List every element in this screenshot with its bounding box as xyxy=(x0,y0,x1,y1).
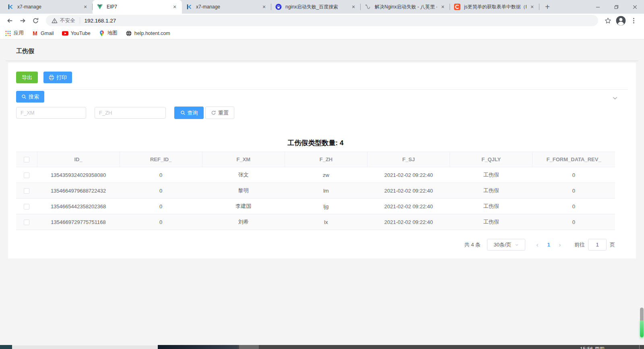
table-row[interactable]: 13543593240293580800张文zw2021-02-02 09:22… xyxy=(16,167,615,183)
tab-nginx-eightmile[interactable]: 解决Nginx启动失败 - 八英里 - × xyxy=(361,0,450,14)
tab-eip7-active[interactable]: EIP7 × xyxy=(93,0,182,14)
table-cell: 张文 xyxy=(202,167,285,183)
maps-pin-icon xyxy=(99,30,105,37)
table-cell: 0 xyxy=(533,199,615,214)
page-content: 工伤假 导出 打印 搜索 查询 重置 工伤 xyxy=(0,39,644,345)
window-minimize-button[interactable] xyxy=(588,0,607,14)
reload-icon[interactable] xyxy=(30,15,41,26)
tab-close-icon[interactable]: × xyxy=(171,4,178,10)
taskbar-app-segment[interactable] xyxy=(0,345,12,349)
query-button[interactable]: 查询 xyxy=(174,107,204,119)
row-checkbox-cell xyxy=(16,167,37,183)
security-label[interactable]: 不安全 xyxy=(60,17,75,24)
table-cell: 0 xyxy=(533,214,615,230)
table-cell: 0 xyxy=(120,199,202,214)
row-checkbox[interactable] xyxy=(24,172,29,178)
goto-page-input[interactable] xyxy=(588,239,607,250)
chevron-down-icon xyxy=(515,243,519,247)
taskbar-app-segment[interactable] xyxy=(158,345,237,349)
window-restore-button[interactable] xyxy=(607,0,625,14)
tab-title: x7-manage xyxy=(196,4,258,10)
table-row[interactable]: 13546654423582023680李建国ljg2021-02-02 09:… xyxy=(16,199,615,214)
table-row[interactable]: 13546697297757511680刘希lx2021-02-02 09:22… xyxy=(16,214,615,230)
column-header-ref_id_: REF_ID_ xyxy=(120,152,202,167)
page-size-select[interactable]: 30条/页 xyxy=(487,239,525,250)
bookmark-apps[interactable]: 应用 xyxy=(5,30,24,37)
tab-x7-manage-1[interactable]: x7-manage × xyxy=(3,0,93,14)
row-checkbox[interactable] xyxy=(24,188,29,194)
edge-widget-gray-handle[interactable] xyxy=(640,308,644,320)
column-header-f_form_data_rev_: F_FORM_DATA_REV_ xyxy=(533,152,615,167)
bookmark-gmail[interactable]: M Gmail xyxy=(32,30,54,37)
select-all-checkbox[interactable] xyxy=(24,157,29,162)
column-header-id_: ID_ xyxy=(37,152,120,167)
row-checkbox[interactable] xyxy=(24,204,29,209)
bookmark-youtube[interactable]: YouTube xyxy=(62,30,91,37)
f-zh-input[interactable] xyxy=(95,107,166,119)
tab-close-icon[interactable]: × xyxy=(350,4,357,10)
chevron-down-icon[interactable] xyxy=(612,95,618,101)
prev-page-button[interactable]: ‹ xyxy=(532,241,543,248)
tab-close-icon[interactable]: × xyxy=(82,4,89,10)
gmail-icon: M xyxy=(32,30,38,37)
next-page-button[interactable]: › xyxy=(554,241,566,248)
edge-widget-green-handle[interactable] xyxy=(640,320,644,337)
url-text[interactable]: 192.168.1.27 xyxy=(85,18,116,24)
tab-x7-manage-2[interactable]: x7-manage × xyxy=(182,0,271,14)
row-checkbox[interactable] xyxy=(24,220,29,225)
column-header-f_zh: F_ZH xyxy=(285,152,367,167)
tab-nginx-baidu[interactable]: nginx启动失败_百度搜索 × xyxy=(271,0,361,14)
address-bar[interactable]: 不安全 192.168.1.27 xyxy=(46,15,598,26)
query-button-label: 查询 xyxy=(188,109,198,117)
search-button[interactable]: 搜索 xyxy=(16,91,44,103)
table-cell: 刘希 xyxy=(202,214,285,230)
bookmark-help-hotent[interactable]: help.hotent.com xyxy=(126,30,170,37)
tab-close-icon[interactable]: × xyxy=(261,4,267,10)
eight-mile-icon xyxy=(365,4,371,10)
search-icon xyxy=(21,94,27,99)
current-page[interactable]: 1 xyxy=(543,242,554,248)
table-cell: 0 xyxy=(120,167,202,183)
column-header-f_xm: F_XM xyxy=(202,152,285,167)
table-cell: 2021-02-02 09:22:40 xyxy=(367,199,450,214)
table-cell: 2021-02-02 09:22:40 xyxy=(367,214,450,230)
print-button[interactable]: 打印 xyxy=(43,72,72,83)
table-cell: ljg xyxy=(285,199,367,214)
table-cell: 1354664979688722432 xyxy=(37,183,120,199)
table-row[interactable]: 13546649796887224320黎明lm2021-02-02 09:22… xyxy=(16,183,615,199)
browser-tab-strip: x7-manage × EIP7 × x7-manage × nginx启动失败… xyxy=(0,0,644,14)
window-close-button[interactable] xyxy=(625,0,644,14)
menu-kebab-icon[interactable] xyxy=(628,15,639,26)
screen: x7-manage × EIP7 × x7-manage × nginx启动失败… xyxy=(0,0,644,349)
taskbar-clock[interactable]: 15:56 周四 xyxy=(580,346,605,349)
tab-close-icon[interactable]: × xyxy=(529,4,535,10)
table-cell: 2021-02-02 09:22:40 xyxy=(367,183,450,199)
select-all-cell xyxy=(16,152,37,167)
bookmarks-bar: 应用 M Gmail YouTube 地图 help.hotent.com xyxy=(0,27,644,39)
reset-button[interactable]: 重置 xyxy=(205,107,234,119)
tab-close-icon[interactable]: × xyxy=(440,4,446,10)
table-cell: 黎明 xyxy=(202,183,285,199)
new-tab-button[interactable]: + xyxy=(542,1,553,12)
profile-avatar[interactable] xyxy=(615,15,626,26)
tab-csdn-form-data[interactable]: js更简单的获取表单中数据（fo × xyxy=(450,0,539,14)
print-button-label: 打印 xyxy=(56,74,67,81)
bookmark-label: 应用 xyxy=(14,30,24,37)
csdn-icon xyxy=(454,4,460,10)
taskbar-app-segment[interactable] xyxy=(12,345,158,349)
column-header-f_sj: F_SJ xyxy=(367,152,450,167)
forward-icon[interactable] xyxy=(17,15,28,26)
table-cell: 0 xyxy=(120,183,202,199)
page-size-value: 30条/页 xyxy=(493,241,511,248)
window-controls xyxy=(588,0,644,14)
row-checkbox-cell xyxy=(16,199,37,214)
apps-grid-icon xyxy=(5,30,11,37)
export-button[interactable]: 导出 xyxy=(16,72,38,83)
back-icon[interactable] xyxy=(4,15,15,26)
bookmark-maps[interactable]: 地图 xyxy=(99,30,118,37)
toolbar-right xyxy=(601,15,640,26)
bookmark-star-icon[interactable] xyxy=(602,15,613,26)
taskbar-app-segment[interactable] xyxy=(239,345,259,349)
f-xm-input[interactable] xyxy=(16,107,86,119)
search-button-label: 搜索 xyxy=(29,93,39,101)
